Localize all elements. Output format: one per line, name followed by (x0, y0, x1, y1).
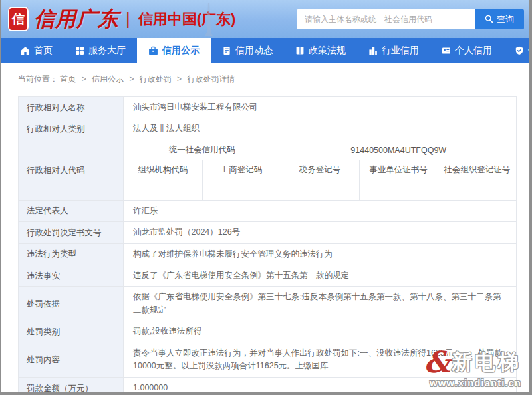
site-title: 信用广东 (34, 5, 119, 33)
subtable-value (202, 180, 281, 200)
table-row-code: 行政相对人代码 统一社会信用代码 91440500MA4UTFQQ9W 组织机构… (19, 140, 517, 200)
breadcrumb-separator: > (129, 74, 134, 84)
nav-label: 信用动态 (235, 45, 273, 57)
row-value: 许汇乐 (124, 200, 517, 221)
nav-label: 信用公示 (162, 45, 200, 57)
nav-label: 政策法规 (309, 45, 346, 57)
breadcrumb-separator: > (82, 74, 86, 84)
subtable-header: 组织机构代码 (124, 160, 202, 180)
nav-item-credit-news[interactable]: 信用动态 (211, 38, 284, 63)
nav-label: 信用承诺 (528, 45, 529, 57)
row-value: 汕龙市监处罚（2024）126号 (124, 222, 517, 243)
subtable-value (124, 180, 202, 200)
breadcrumb-separator: > (177, 74, 182, 84)
nav-label: 行业信用 (382, 45, 419, 57)
home-icon (21, 46, 30, 55)
row-label: 违法事实 (19, 265, 124, 286)
row-value: 责令当事人立即改正违法行为，并对当事人作出行政处罚如下:一、没收违法所得1625… (124, 342, 517, 378)
breadcrumb-penalty-detail: 行政处罚详情 (187, 74, 235, 84)
subtable-value (438, 180, 516, 200)
row-label: 行政相对人类别 (19, 118, 124, 140)
subtable-row: 统一社会信用代码 91440500MA4UTFQQ9W (124, 140, 516, 160)
subtable-value (359, 180, 438, 200)
row-label: 处罚依据 (19, 287, 124, 321)
penalty-detail-table: 行政相对人名称 汕头市鸿日电梯安装工程有限公司 行政相对人类别 法人及非法人组织… (18, 96, 517, 392)
table-row: 违法事实 违反了《广东省电梯使用安全条例》第十五条第一款的规定 (19, 265, 517, 286)
subtable-value-row (124, 180, 516, 200)
search-input[interactable] (297, 9, 475, 29)
breadcrumb: 当前位置： 首页 > 信用公示 > 行政处罚 > 行政处罚详情 (1, 63, 529, 85)
code-subtable-cell: 统一社会信用代码 91440500MA4UTFQQ9W 组织机构代码 工商登记码… (124, 140, 517, 200)
row-label: 行政相对人代码 (19, 140, 124, 200)
idcard-icon (442, 46, 451, 55)
code-subtable: 统一社会信用代码 91440500MA4UTFQQ9W 组织机构代码 工商登记码… (124, 140, 516, 200)
breadcrumb-prefix: 当前位置： (18, 74, 58, 84)
breadcrumb-credit-publicity[interactable]: 信用公示 (92, 74, 124, 84)
row-value: 违反了《广东省电梯使用安全条例》第十五条第一款的规定 (124, 265, 517, 286)
subtable-header: 工商登记码 (202, 160, 281, 180)
search-button-label: 查询 (497, 13, 514, 25)
row-value: 依据《广东省电梯使用安全条例》第三十七条:违反本条例第十五条第一款、第十八条、第… (124, 287, 517, 321)
subtable-header: 社会组织登记证号 (438, 160, 516, 180)
search-icon (485, 15, 493, 23)
uscc-value: 91440500MA4UTFQQ9W (281, 140, 516, 160)
table-row: 行政相对人名称 汕头市鸿日电梯安装工程有限公司 (19, 97, 517, 118)
nav-item-policies[interactable]: 政策法规 (284, 38, 357, 63)
table-row: 法定代表人 许汇乐 (19, 200, 517, 221)
row-label: 处罚内容 (19, 342, 124, 378)
subtable-header-row: 组织机构代码 工商登记码 税务登记号 事业单位证书号 社会组织登记证号 (124, 160, 516, 180)
row-value: 汕头市鸿日电梯安装工程有限公司 (124, 97, 517, 118)
row-value: 罚款,没收违法所得 (124, 321, 517, 342)
table-row: 处罚内容 责令当事人立即改正违法行为，并对当事人作出行政处罚如下:一、没收违法所… (19, 342, 517, 378)
table-row: 行政相对人类别 法人及非法人组织 (19, 118, 517, 140)
row-value: 法人及非法人组织 (124, 118, 517, 140)
nav-item-industry-credit[interactable]: 行业信用 (357, 38, 430, 63)
nav-label: 个人信用 (455, 45, 492, 57)
book-icon (295, 46, 305, 55)
shield-icon (515, 46, 524, 55)
site-subtitle: 信用中国(广东) (138, 9, 236, 29)
document-icon (222, 46, 231, 55)
subtable-header: 事业单位证书号 (359, 160, 438, 180)
main-nav: 首页 服务大厅 信用公示 信用动态 (1, 38, 529, 63)
page: 信 信用广东 | 信用中国(广东) 查询 首页 (1, 0, 529, 392)
breadcrumb-penalty[interactable]: 行政处罚 (140, 74, 172, 84)
nav-item-credit-publicity[interactable]: 信用公示 (137, 38, 211, 63)
site-header: 信 信用广东 | 信用中国(广东) 查询 (1, 0, 529, 38)
row-label: 处罚类别 (19, 321, 124, 342)
nav-label: 服务大厅 (88, 45, 126, 57)
row-label: 行政相对人名称 (19, 97, 124, 118)
nav-item-service-hall[interactable]: 服务大厅 (64, 38, 137, 63)
search-bar: 查询 (297, 9, 524, 29)
tower-silhouette (203, 3, 215, 36)
table-row: 罚款金额（万元） 1.000000 (19, 378, 517, 392)
subtable-header: 税务登记号 (281, 160, 359, 180)
table-row: 处罚依据 依据《广东省电梯使用安全条例》第三十七条:违反本条例第十五条第一款、第… (19, 287, 517, 321)
briefcase-icon (148, 46, 158, 56)
row-label: 罚款金额（万元） (19, 378, 124, 392)
table-row: 处罚类别 罚款,没收违法所得 (19, 321, 517, 342)
nav-item-credit-commitment[interactable]: 信用承诺 (503, 38, 529, 63)
row-label: 行政处罚决定书文号 (19, 222, 124, 243)
breadcrumb-home[interactable]: 首页 (60, 74, 76, 84)
building-icon (368, 46, 378, 55)
logo-divider: | (126, 9, 130, 29)
row-value: 构成了对维护保养电梯未履行安全管理义务的违法行为 (124, 243, 517, 265)
site-logo[interactable]: 信 信用广东 | 信用中国(广东) (8, 5, 235, 33)
nav-item-personal-credit[interactable]: 个人信用 (430, 38, 503, 63)
nav-label: 首页 (34, 45, 53, 57)
subtable-value (281, 180, 359, 200)
row-label: 违法行为类型 (19, 243, 124, 265)
row-value: 1.000000 (124, 378, 517, 392)
table-row: 违法行为类型 构成了对维护保养电梯未履行安全管理义务的违法行为 (19, 243, 517, 265)
table-row: 行政处罚决定书文号 汕龙市监处罚（2024）126号 (19, 222, 517, 243)
uscc-label: 统一社会信用代码 (124, 140, 281, 160)
row-label: 法定代表人 (19, 200, 124, 221)
seal-logo-icon: 信 (8, 7, 29, 31)
grid-icon (75, 46, 84, 55)
nav-item-home[interactable]: 首页 (9, 38, 64, 63)
search-button[interactable]: 查询 (475, 9, 524, 29)
